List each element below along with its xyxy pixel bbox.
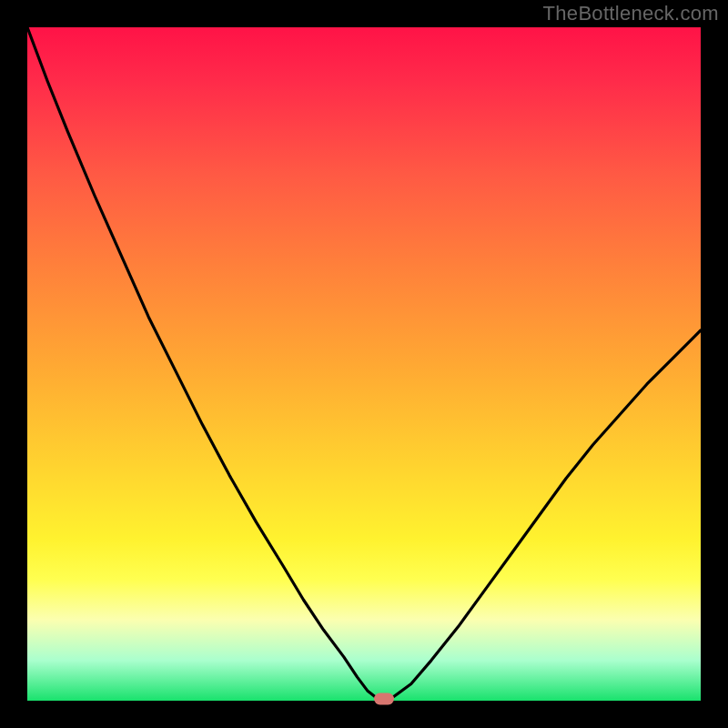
plot-area [27,27,701,701]
watermark-text: TheBottleneck.com [543,2,719,25]
chart-frame: TheBottleneck.com [0,0,728,728]
bottleneck-curve [27,27,701,701]
minimum-marker [374,693,394,704]
